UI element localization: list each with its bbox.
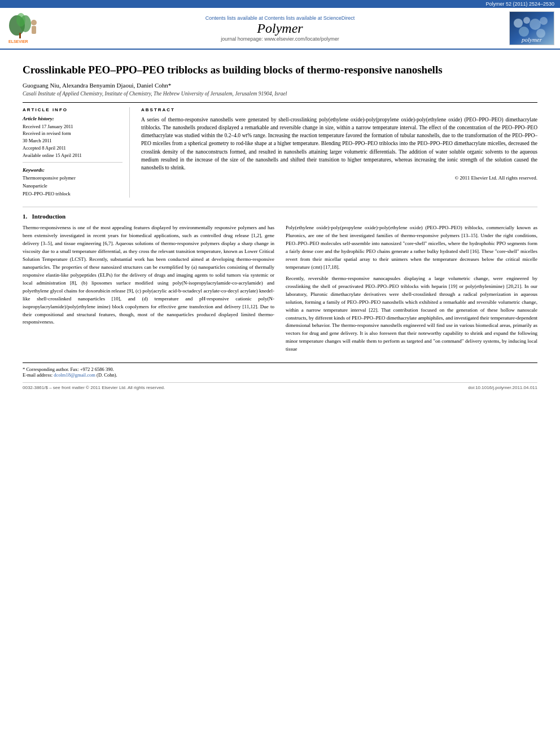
issn-text: 0032-3861/$ – see front matter © 2011 El… — [23, 385, 165, 390]
svg-point-5 — [31, 20, 37, 25]
article-meta-section: ARTICLE INFO Article history: Received 1… — [23, 102, 537, 198]
svg-point-3 — [16, 13, 25, 27]
svg-point-10 — [523, 17, 530, 24]
intro-para1: Thermo-responsiveness is one of the most… — [23, 224, 274, 326]
keyword-2: Nanoparticle — [23, 182, 123, 190]
keyword-1: Thermoresponsive polymer — [23, 174, 123, 182]
intro-right-col: Poly(ethylene oxide)-poly(propylene oxid… — [286, 224, 537, 357]
sciencedirect-text: Contents lists available at Contents lis… — [56, 15, 504, 21]
revised-date: 30 March 2011 — [23, 137, 123, 145]
author-email[interactable]: dcolm18@gmail.com — [54, 372, 95, 378]
available-online: Available online 15 April 2011 — [23, 152, 123, 159]
article-title: Crosslinkable PEO–PPO–PEO triblocks as b… — [23, 63, 537, 77]
journal-title: Polymer — [56, 21, 504, 36]
article-info-column: ARTICLE INFO Article history: Received 1… — [23, 107, 130, 198]
svg-point-9 — [514, 19, 523, 28]
received-revised-label: Received in revised form — [23, 130, 123, 137]
intro-para3: Recently, reversible thermo-responsive n… — [286, 275, 537, 353]
journal-header-center: Contents lists available at Contents lis… — [56, 15, 504, 42]
keyword-3: PEO–PPO–PEO triblock — [23, 190, 123, 198]
keywords-label: Keywords: — [23, 167, 123, 173]
accepted-date: Accepted 8 April 2011 — [23, 145, 123, 152]
article-history-label: Article history: — [23, 116, 123, 121]
abstract-text: A series of thermo-responsive nanoshells… — [141, 116, 537, 172]
footnotes: * Corresponding author. Fax: +972 2 6586… — [23, 362, 537, 378]
authors: Guoguang Niu, Alexandra Benyamin Djaoui,… — [23, 82, 537, 89]
copyright: © 2011 Elsevier Ltd. All rights reserved… — [141, 175, 537, 181]
abstract-label: ABSTRACT — [141, 107, 537, 112]
received-date: Received 17 January 2011 — [23, 123, 123, 130]
svg-rect-6 — [32, 26, 36, 34]
sciencedirect-link[interactable]: Contents lists available at ScienceDirec… — [264, 15, 355, 21]
svg-text:polymer: polymer — [521, 36, 542, 43]
intro-left-col: Thermo-responsiveness is one of the most… — [23, 224, 274, 357]
corresponding-author: * Corresponding author. Fax: +972 2 6586… — [23, 366, 537, 372]
top-bar: Polymer 52 (2011) 2524–2530 — [0, 0, 560, 8]
page-footer: 0032-3861/$ – see front matter © 2011 El… — [23, 382, 537, 390]
journal-header: ELSEVIER Contents lists available at Con… — [0, 8, 560, 50]
svg-point-13 — [519, 27, 529, 37]
intro-para2: Poly(ethylene oxide)-poly(propylene oxid… — [286, 224, 537, 272]
introduction-section: 1. Introduction Thermo-responsiveness is… — [23, 207, 537, 357]
elsevier-logo: ELSEVIER — [6, 11, 51, 45]
abstract-column: ABSTRACT A series of thermo-responsive n… — [141, 107, 537, 198]
polymer-logo-box: polymer — [509, 11, 554, 45]
journal-citation: Polymer 52 (2011) 2524–2530 — [485, 1, 554, 7]
doi-text: doi:10.1016/j.polymer.2011.04.011 — [468, 385, 537, 390]
svg-point-12 — [540, 17, 548, 25]
affiliation: Casali Institute of Applied Chemistry, I… — [23, 91, 537, 97]
svg-rect-4 — [19, 33, 21, 38]
svg-point-11 — [530, 19, 541, 30]
elsevier-branding: ELSEVIER — [6, 11, 51, 45]
body-two-col: Thermo-responsiveness is one of the most… — [23, 224, 537, 357]
journal-homepage: journal homepage: www.elsevier.com/locat… — [56, 36, 504, 42]
article-info-label: ARTICLE INFO — [23, 107, 123, 112]
main-content: Crosslinkable PEO–PPO–PEO triblocks as b… — [0, 50, 560, 401]
svg-text:ELSEVIER: ELSEVIER — [8, 40, 28, 43]
section-title: 1. Introduction — [23, 213, 537, 220]
email-line: E-mail address: dcolm18@gmail.com (D. Co… — [23, 372, 537, 378]
